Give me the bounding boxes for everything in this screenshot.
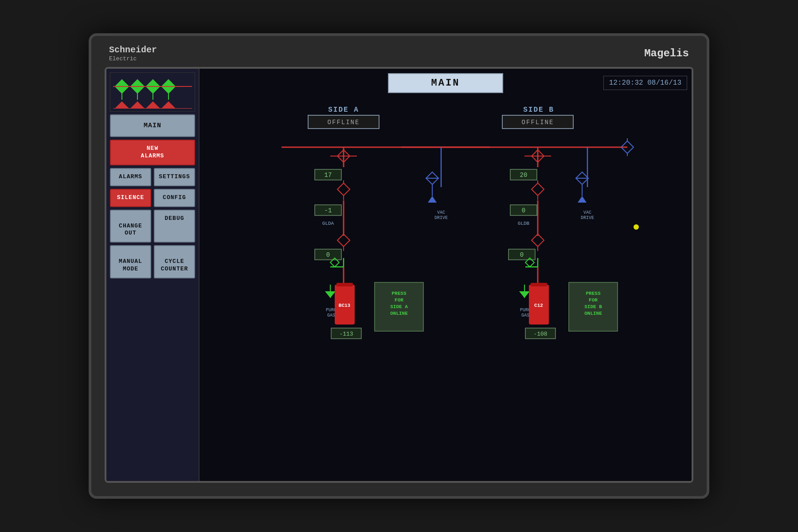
sidebar: MAIN NEW ALARMS ALARMS SETTINGS SILENCE … [106,69,200,481]
svg-rect-63 [336,283,353,286]
svg-text:VAC: VAC [583,210,591,215]
svg-text:-1: -1 [325,207,332,214]
datetime-display: 12:20:32 08/16/13 [603,76,687,90]
svg-text:0: 0 [522,207,525,214]
svg-text:PRESS: PRESS [391,291,406,296]
svg-text:DRIVE: DRIVE [434,215,448,220]
svg-text:SIDE A: SIDE A [390,304,408,309]
valve-a-lower [337,231,350,251]
svg-text:ONLINE: ONLINE [390,311,408,316]
top-bar: MAIN 12:20:32 08/16/13 [204,73,687,93]
svg-marker-8 [115,102,129,109]
valve-diagram [113,75,192,109]
svg-text:-108: -108 [533,331,547,337]
svg-text:FOR: FOR [589,297,598,303]
hmi-screen: MAIN NEW ALARMS ALARMS SETTINGS SILENCE … [105,67,693,483]
manual-mode-button[interactable]: MANUAL MODE [110,245,151,278]
valve-b-lower [532,231,544,251]
process-diagram: SIDE A SIDE B OFFLINE OFFLINE [204,98,687,351]
debug-button[interactable]: DEBUG [154,210,195,243]
silence-button[interactable]: SILENCE [110,189,151,207]
screen-title: MAIN [388,73,503,93]
svg-text:20: 20 [520,172,528,179]
side-b-label: SIDE B [523,106,554,114]
config-button[interactable]: CONFIG [154,189,195,207]
svg-text:ONLINE: ONLINE [584,311,602,316]
manual-cycle-row: MANUAL MODE CYCLE COUNTER [110,245,195,278]
svg-text:PRESS: PRESS [586,291,600,296]
svg-marker-9 [131,102,144,109]
main-content: MAIN 12:20:32 08/16/13 SIDE A SIDE B OFF… [200,69,692,481]
status-indicator [634,224,639,230]
valve-b-mid [532,180,544,200]
alarms-settings-row: ALARMS SETTINGS [110,168,195,186]
svg-text:GLDA: GLDA [322,221,334,226]
brand-bar: Schneider Electric Magelis [105,45,693,67]
svg-text:0: 0 [520,251,524,258]
brand-name: Schneider Electric [109,45,157,63]
valve-symbol-display [110,72,195,112]
svg-marker-10 [146,102,160,109]
side-a-label: SIDE A [328,106,359,114]
main-button[interactable]: MAIN [110,114,195,137]
alarms-button[interactable]: ALARMS [110,168,151,186]
svg-marker-79 [532,234,544,246]
svg-text:FOR: FOR [395,297,403,303]
svg-text:GLDB: GLDB [518,221,530,226]
svg-text:C12: C12 [534,303,543,308]
vac-valve-b [575,172,589,203]
side-b-status-text: OFFLINE [522,119,554,126]
new-alarms-button[interactable]: NEW ALARMS [110,140,195,165]
svg-marker-33 [578,196,587,203]
svg-rect-91 [531,283,547,286]
svg-text:17: 17 [325,172,332,179]
settings-button[interactable]: SETTINGS [154,168,195,186]
svg-text:DRIVE: DRIVE [581,215,594,220]
svg-marker-11 [162,102,175,109]
svg-marker-51 [337,234,350,246]
changeout-debug-row: CHANGE OUT DEBUG [110,210,195,243]
svg-marker-88 [519,291,530,298]
silence-config-row: SILENCE CONFIG [110,189,195,207]
svg-text:GAS: GAS [521,313,529,318]
vac-valve-a [426,172,439,203]
svg-marker-48 [337,183,350,196]
svg-text:0: 0 [326,251,330,258]
svg-marker-27 [428,196,437,203]
hmi-frame: Schneider Electric Magelis [89,33,709,499]
svg-text:GAS: GAS [327,313,335,318]
svg-marker-76 [532,183,544,196]
valve-a-mid [337,180,350,200]
change-out-button[interactable]: CHANGE OUT [110,210,151,243]
svg-text:BC13: BC13 [339,303,351,308]
svg-marker-60 [325,291,336,298]
svg-text:-113: -113 [339,331,353,337]
svg-text:VAC: VAC [437,210,445,215]
cycle-counter-button[interactable]: CYCLE COUNTER [154,245,195,278]
svg-text:SIDE B: SIDE B [584,304,602,309]
process-svg: SIDE A SIDE B OFFLINE OFFLINE [204,98,687,351]
side-a-status-text: OFFLINE [328,119,360,126]
brand-magelis: Magelis [644,47,689,59]
